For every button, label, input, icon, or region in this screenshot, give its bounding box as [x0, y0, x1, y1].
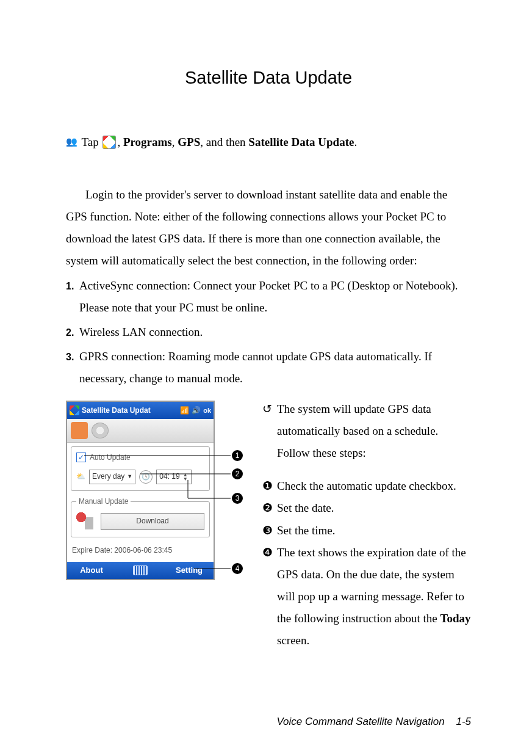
lead-text: The system will update GPS data automati… — [277, 398, 471, 464]
window-title: Satellite Data Updat — [82, 404, 151, 418]
nav-then: and then — [206, 136, 246, 148]
nav-gps: GPS — [178, 136, 200, 148]
clock-icon: 🕓 — [139, 470, 153, 484]
callout-marker-2: 2 — [232, 468, 243, 479]
list-item: 3. GPRS connection: Roaming mode cannot … — [66, 346, 471, 390]
screenshot-titlebar: Satellite Data Updat 📶 🔊 ok — [67, 402, 214, 419]
callout-marker-4: 4 — [232, 563, 243, 574]
step-text-1: Check the automatic update checkbox. — [277, 475, 471, 497]
ok-button[interactable]: ok — [203, 404, 211, 417]
nav-programs: Programs — [123, 136, 172, 148]
manual-update-group: Manual Update Download — [71, 495, 210, 537]
frequency-select[interactable]: Every day ▼ — [89, 470, 135, 484]
step-marker-4: ❹ — [262, 542, 277, 652]
step-text-2: Set the date. — [277, 497, 471, 519]
callout-marker-1: 1 — [232, 450, 243, 461]
start-icon — [102, 136, 116, 149]
signal-icon: 📶 — [180, 404, 189, 418]
step-marker-1: ❶ — [262, 475, 277, 497]
weather-icon: ⛅ — [76, 470, 85, 484]
intro-paragraph: Login to the provider's server to downlo… — [66, 184, 471, 272]
phone-icon — [71, 422, 88, 439]
page-footer: Voice Command Satellite Navigation 1-5 — [66, 712, 471, 732]
connection-list: 1. ActiveSync connection: Connect your P… — [66, 275, 471, 390]
step-text-4: The text shows the expiration date of th… — [277, 542, 471, 652]
footer-section: Voice Command Satellite Navigation — [276, 716, 444, 727]
expire-date-text: Expire Date: 2006-06-06 23:45 — [67, 541, 214, 562]
callout-marker-3: 3 — [232, 493, 243, 504]
keyboard-icon — [133, 565, 148, 575]
step-descriptions: ↺ The system will update GPS data automa… — [262, 398, 471, 652]
step-marker-2: ❷ — [262, 497, 277, 519]
nav-target: Satellite Data Update — [248, 136, 354, 148]
download-button[interactable]: Download — [101, 513, 204, 530]
volume-icon: 🔊 — [192, 404, 201, 418]
about-button[interactable]: About — [67, 562, 116, 579]
screenshot-bottom-bar: About Setting — [67, 562, 214, 579]
nav-tap: Tap — [81, 136, 98, 148]
nav-path: 👥 Tap , Programs, GPS, and then Satellit… — [66, 131, 471, 153]
auto-update-group: ✓ Auto Update ⛅ Every day ▼ 🕓 04: 19 ▲▼ — [71, 446, 210, 491]
spinner-icon[interactable]: ▲▼ — [182, 473, 189, 481]
lead-marker: ↺ — [262, 398, 277, 464]
page-title: Satellite Data Update — [66, 61, 471, 95]
step-marker-3: ❸ — [262, 520, 277, 542]
group-icon: 👥 — [66, 133, 76, 151]
list-item: 2. Wireless LAN connection. — [66, 321, 471, 343]
screenshot: Satellite Data Updat 📶 🔊 ok ✓ Auto Updat… — [66, 401, 215, 580]
disc-icon — [92, 423, 109, 438]
auto-update-checkbox[interactable]: ✓ — [76, 453, 86, 462]
footer-page-number: 1-5 — [456, 716, 471, 727]
start-icon[interactable] — [70, 405, 79, 415]
connection-icon — [76, 512, 95, 531]
manual-update-legend: Manual Update — [76, 495, 131, 509]
keyboard-button[interactable] — [116, 562, 165, 579]
auto-update-label: Auto Update — [90, 451, 131, 465]
step-text-3: Set the time. — [277, 520, 471, 542]
screenshot-toolbar — [67, 419, 214, 443]
setting-button[interactable]: Setting — [165, 562, 214, 579]
chevron-down-icon: ▼ — [127, 471, 132, 482]
time-stepper[interactable]: 04: 19 ▲▼ — [156, 470, 191, 484]
list-item: 1. ActiveSync connection: Connect your P… — [66, 275, 471, 319]
